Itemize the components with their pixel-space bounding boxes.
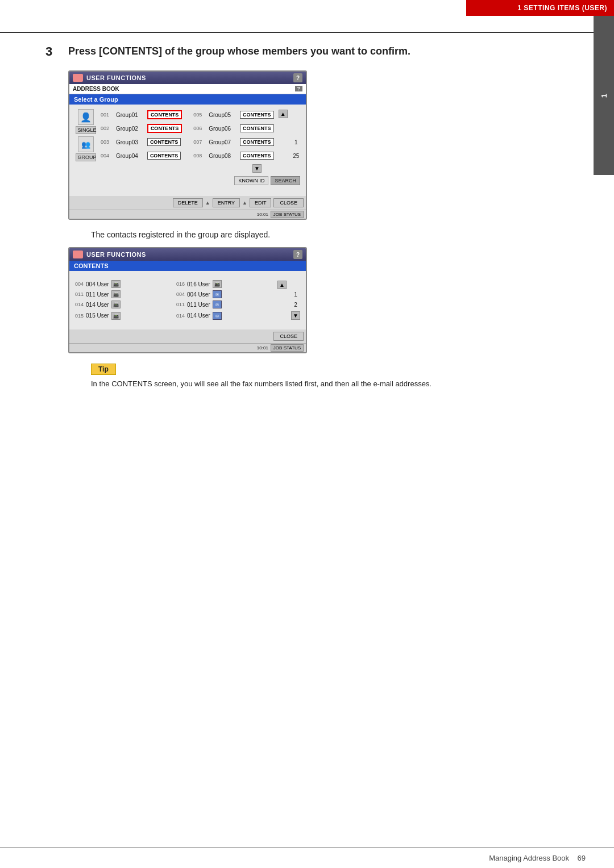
scroll-up-button[interactable]: ▲: [279, 110, 288, 118]
group02-name: Group02: [114, 122, 145, 135]
tip-text: In the CONTENTS screen, you will see all…: [91, 378, 559, 390]
screen1-sublabel: ADDRESS BOOK ?: [69, 84, 306, 94]
table-row: ▼: [73, 162, 302, 174]
group05-contents-btn[interactable]: CONTENTS: [238, 108, 276, 122]
table-row: 002 Group02 CONTENTS 006 Group06 CONTENT…: [73, 122, 302, 135]
right-tab: 1: [594, 16, 614, 175]
group02-contents-btn[interactable]: CONTENTS: [145, 122, 191, 135]
user-left-3: 014 014 User 📠: [73, 299, 174, 310]
screen2-titlebar: USER FUNCTIONS ?: [69, 248, 306, 261]
screen1-title-left: USER FUNCTIONS: [73, 74, 146, 82]
group06-name: Group06: [206, 122, 238, 135]
screen1-table: 👤 SINGLE 001 Group01 CONTENTS 005 Group0…: [73, 108, 302, 174]
group01-name: Group01: [114, 108, 145, 122]
top-bar: 1 SETTING ITEMS (USER): [466, 0, 614, 16]
contents-button-group01[interactable]: CONTENTS: [147, 110, 182, 119]
contents-button-group04[interactable]: CONTENTS: [147, 152, 181, 160]
user-left-1: 004 004 User 📠: [73, 279, 174, 289]
group03-name: Group03: [114, 135, 145, 149]
scroll-col-2: ▲: [275, 279, 289, 322]
user-left-2: 011 011 User 📠: [73, 289, 174, 299]
screen2-title-left: USER FUNCTIONS: [73, 251, 146, 258]
screen2-help-button[interactable]: ?: [293, 250, 302, 259]
scroll-col: ▲: [276, 108, 290, 162]
screen1-help2[interactable]: ?: [295, 86, 303, 91]
contents-button-group08[interactable]: CONTENTS: [240, 152, 274, 160]
scroll-num-1: 1: [290, 135, 302, 149]
contents-header: CONTENTS: [69, 261, 306, 271]
right-tab-number: 1: [600, 93, 608, 98]
fax-icon5: 📠: [111, 312, 121, 320]
group01-num: 001: [98, 108, 114, 122]
job-status-button-1[interactable]: JOB STATUS: [271, 211, 304, 218]
group08-name: Group08: [206, 149, 238, 162]
scroll-up-button-2[interactable]: ▲: [277, 281, 287, 289]
screen1-titlebar: USER FUNCTIONS ?: [69, 72, 306, 84]
step-number: 3: [45, 44, 59, 59]
screen1-group-header: Select a Group: [69, 94, 306, 105]
scroll-down-button-2[interactable]: ▼: [291, 311, 300, 320]
time2: 10:01: [257, 345, 268, 350]
screen1-title: USER FUNCTIONS: [86, 74, 146, 81]
screen1-help-button[interactable]: ?: [293, 73, 302, 82]
group07-contents-btn[interactable]: CONTENTS: [238, 135, 276, 149]
group07-name: Group07: [206, 135, 238, 149]
contents-button-group05[interactable]: CONTENTS: [240, 111, 274, 119]
contents-button-group03[interactable]: CONTENTS: [147, 138, 181, 146]
group-label: GROUP: [76, 153, 96, 161]
screen2: USER FUNCTIONS ? CONTENTS 004 004 User: [68, 247, 307, 353]
scroll-num-2-2: 2: [289, 299, 302, 310]
group02-num: 002: [98, 122, 114, 135]
group04-name: Group04: [114, 149, 145, 162]
contents-button-group06[interactable]: CONTENTS: [240, 124, 274, 132]
contents-button-group02[interactable]: CONTENTS: [147, 124, 182, 133]
footer-text: Managing Address Book 69: [489, 854, 586, 862]
screen1-container: USER FUNCTIONS ? ADDRESS BOOK ? Select a…: [68, 70, 559, 390]
table-row: 👤 SINGLE 001 Group01 CONTENTS 005 Group0…: [73, 108, 302, 122]
screen1-body: 👤 SINGLE 001 Group01 CONTENTS 005 Group0…: [69, 105, 306, 196]
job-status-button-2[interactable]: JOB STATUS: [271, 344, 304, 352]
screen2-body: 004 004 User 📠 016 016 User 📠: [69, 271, 306, 329]
scroll-num-25: 25: [290, 149, 302, 162]
close-button-2[interactable]: CLOSE: [273, 332, 304, 341]
edit-button[interactable]: EDIT: [250, 198, 272, 207]
close-button-1[interactable]: CLOSE: [273, 198, 304, 207]
email-icon1: ✉: [213, 290, 222, 298]
search-button[interactable]: SEARCH: [271, 176, 300, 185]
group03-contents-btn[interactable]: CONTENTS: [145, 135, 191, 149]
screen1-bottom-btns: DELETE ▲ ENTRY ▲ EDIT CLOSE: [69, 196, 306, 210]
screen2-title: USER FUNCTIONS: [86, 251, 146, 258]
group04-num: 004: [98, 149, 114, 162]
scroll-down-cell-2: ▼: [289, 310, 302, 322]
group01-contents-btn[interactable]: CONTENTS: [145, 108, 191, 122]
fax-icon2: 📠: [213, 280, 222, 288]
screen1: USER FUNCTIONS ? ADDRESS BOOK ? Select a…: [68, 70, 307, 220]
delete-button[interactable]: DELETE: [173, 198, 203, 207]
scroll-down-button[interactable]: ▼: [252, 164, 262, 173]
step-instruction: Press [CONTENTS] of the group whose memb…: [68, 44, 410, 59]
group06-num: 006: [191, 122, 206, 135]
user-left-4: 015 015 User 📠: [73, 310, 174, 322]
group08-contents-btn[interactable]: CONTENTS: [238, 149, 276, 162]
tip-label: Tip: [91, 364, 116, 375]
single-label: SINGLE: [76, 126, 96, 134]
screen1-icon: [73, 74, 83, 82]
email-icon2: ✉: [213, 301, 222, 308]
table-row: 015 015 User 📠 014 014 User ✉: [73, 310, 302, 322]
group07-num: 007: [191, 135, 206, 149]
entry-button[interactable]: ENTRY: [213, 198, 240, 207]
table-row: 004 Group04 CONTENTS 008 Group08 CONTENT…: [73, 149, 302, 162]
screen1-status-bar: 10:01 JOB STATUS: [69, 210, 306, 219]
contents-table: 004 004 User 📠 016 016 User 📠: [73, 279, 302, 322]
user-right-1: 016 016 User 📠: [174, 279, 275, 289]
group06-contents-btn[interactable]: CONTENTS: [238, 122, 276, 135]
user-right-4: 014 014 User ✉: [174, 310, 275, 322]
known-id-button[interactable]: KNOWN ID: [234, 176, 268, 185]
group04-contents-btn[interactable]: CONTENTS: [145, 149, 191, 162]
step-row: 3 Press [CONTENTS] of the group whose me…: [45, 44, 559, 59]
contents-button-group07[interactable]: CONTENTS: [240, 138, 274, 146]
person-icon: 👤: [78, 109, 94, 125]
fax-icon4: 📠: [111, 301, 121, 308]
group05-name: Group05: [206, 108, 238, 122]
description-text: The contacts registered in the group are…: [91, 230, 559, 239]
